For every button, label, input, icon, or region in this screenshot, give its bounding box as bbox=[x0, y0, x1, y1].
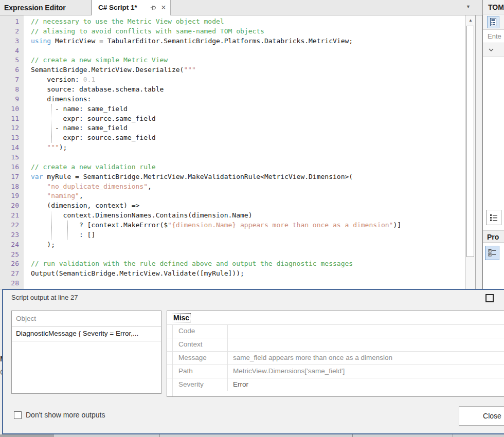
line-number: 15 bbox=[0, 153, 24, 162]
list-tree-icon bbox=[487, 210, 501, 225]
search-input[interactable]: Ente bbox=[483, 30, 504, 43]
code-token: // create a new validation rule bbox=[31, 163, 156, 171]
code-line[interactable]: dimensions: bbox=[31, 95, 465, 104]
code-token: "{dimension.Name} appears more than once… bbox=[168, 221, 393, 229]
line-number: 4 bbox=[0, 46, 24, 56]
code-token: , bbox=[79, 192, 83, 199]
code-line[interactable]: var myRule = SemanticBridge.MetricView.M… bbox=[31, 172, 465, 182]
indent-guide bbox=[51, 211, 52, 240]
code-line[interactable]: - name: same_field bbox=[31, 104, 465, 114]
property-row[interactable]: SeverityError bbox=[167, 378, 504, 391]
property-value[interactable] bbox=[228, 338, 504, 351]
code-line[interactable]: expr: source.same_field bbox=[31, 114, 465, 124]
tree-view-button[interactable] bbox=[486, 210, 501, 225]
code-line[interactable]: // necessary to use the Metric View obje… bbox=[31, 17, 465, 27]
code-token: MetricView = TabularEditor.SemanticBridg… bbox=[51, 37, 353, 45]
code-token: 0.1 bbox=[83, 76, 95, 83]
property-row[interactable]: Context bbox=[167, 338, 504, 351]
code-line[interactable]: (dimension, context) => bbox=[31, 201, 465, 211]
code-line[interactable]: using MetricView = TabularEditor.Semanti… bbox=[31, 37, 465, 46]
line-number: 2 bbox=[0, 27, 24, 37]
line-number: 20 bbox=[0, 201, 24, 211]
code-line[interactable]: // aliasing to avoid conflicts with same… bbox=[31, 27, 465, 37]
property-label: Message bbox=[167, 352, 228, 365]
expression-editor-title: Expression Editor bbox=[4, 0, 66, 15]
code-token: """ bbox=[184, 66, 195, 74]
editor-vertical-scrollbar[interactable]: ▲ bbox=[465, 15, 475, 289]
code-editor[interactable]: 1234567891011121314151617181920212223242… bbox=[0, 15, 465, 289]
property-row[interactable]: Code bbox=[167, 324, 504, 338]
property-value[interactable]: Error bbox=[228, 378, 504, 391]
code-line[interactable] bbox=[31, 250, 465, 260]
code-line[interactable]: Output(SemanticBridge.MetricView.Validat… bbox=[31, 269, 465, 279]
code-line[interactable]: SemanticBridge.MetricView.Deserialize(""… bbox=[31, 65, 465, 75]
chevron-down-icon[interactable]: ▼ bbox=[466, 4, 471, 9]
code-line[interactable]: // create a new validation rule bbox=[31, 162, 465, 172]
code-line[interactable] bbox=[31, 279, 465, 288]
object-list-item[interactable]: DiagnosticMessage { Severity = Error,... bbox=[12, 326, 161, 341]
property-row[interactable]: Messagesame_field appears more than once… bbox=[167, 351, 504, 365]
code-line[interactable]: : [] bbox=[31, 230, 465, 240]
app-window: { "tabs": { "panel_title": "Expression E… bbox=[0, 0, 504, 437]
code-token bbox=[31, 192, 47, 199]
property-label: Path bbox=[167, 365, 228, 378]
properties-header: Pro bbox=[483, 230, 504, 243]
calculator-icon bbox=[488, 16, 499, 28]
code-line[interactable]: ); bbox=[31, 240, 465, 250]
scrollbar-thumb[interactable] bbox=[466, 26, 474, 257]
dont-show-checkbox-label[interactable]: Don't show more outputs bbox=[26, 411, 105, 419]
line-number: 12 bbox=[0, 123, 24, 133]
code-token: )] bbox=[393, 221, 401, 229]
tom-explorer-toolbar bbox=[483, 14, 504, 30]
tab-csharp-script[interactable]: C# Script 1* × bbox=[92, 0, 171, 16]
code-line[interactable]: version: 0.1 bbox=[31, 75, 465, 85]
code-line[interactable]: """); bbox=[31, 143, 465, 153]
close-button[interactable]: Close bbox=[459, 406, 504, 426]
tom-explorer-header: TOM bbox=[483, 0, 504, 14]
tab-strip: Expression Editor C# Script 1* × ▼ bbox=[0, 0, 482, 15]
indent-guide bbox=[51, 104, 52, 143]
code-line[interactable]: context.DimensionNames.Contains(dimensio… bbox=[31, 211, 465, 221]
calculator-toggle-button[interactable] bbox=[487, 16, 499, 28]
code-line[interactable]: expr: source.same_field bbox=[31, 133, 465, 143]
code-line[interactable]: "no_duplicate_dimensions", bbox=[31, 182, 465, 192]
close-icon[interactable]: × bbox=[159, 2, 168, 13]
code-token: , bbox=[148, 183, 152, 190]
code-token: context.DimensionNames.Contains(dimensio… bbox=[31, 211, 252, 219]
property-category-row[interactable]: Misc bbox=[167, 311, 504, 324]
property-value[interactable] bbox=[228, 325, 504, 338]
code-token: SemanticBridge.MetricView.Deserialize( bbox=[31, 66, 184, 74]
background-grid-divider bbox=[453, 434, 453, 437]
code-content[interactable]: // necessary to use the Metric View obje… bbox=[24, 15, 465, 288]
background-grid-divider bbox=[352, 434, 353, 437]
dont-show-checkbox[interactable] bbox=[14, 411, 22, 419]
code-line[interactable]: source: database.schema.table bbox=[31, 85, 465, 95]
code-line[interactable] bbox=[31, 153, 465, 162]
property-row[interactable]: PathMetricView.Dimensions['same_field'] bbox=[167, 365, 504, 378]
code-token: // create a new simple Metric View bbox=[31, 56, 168, 64]
line-number: 13 bbox=[0, 133, 24, 143]
maximize-icon[interactable] bbox=[485, 294, 494, 302]
code-line[interactable]: ? [context.MakeError($"{dimension.Name} … bbox=[31, 221, 465, 230]
code-token bbox=[31, 143, 47, 151]
code-token: source: database.schema.table bbox=[31, 85, 164, 93]
code-line[interactable] bbox=[31, 46, 465, 56]
code-token: ); bbox=[59, 143, 67, 151]
filter-dropdown[interactable] bbox=[483, 43, 504, 57]
pin-icon[interactable] bbox=[150, 4, 157, 11]
code-token: myRule = SemanticBridge.MetricView.MakeV… bbox=[43, 173, 353, 180]
property-grid-rows: CodeContextMessagesame_field appears mor… bbox=[167, 324, 504, 391]
code-token: "naming" bbox=[47, 192, 79, 199]
code-line[interactable]: // create a new simple Metric View bbox=[31, 56, 465, 65]
code-line[interactable]: // run validation with the rule defined … bbox=[31, 259, 465, 269]
code-line[interactable]: "naming", bbox=[31, 191, 465, 201]
line-number: 19 bbox=[0, 191, 24, 201]
code-line[interactable]: - name: same_field bbox=[31, 123, 465, 133]
object-list-header: Object bbox=[12, 311, 161, 326]
code-token: Output(SemanticBridge.MetricView.Validat… bbox=[31, 269, 244, 277]
script-output-dialog: Script output at line 27 Object Diagnost… bbox=[2, 289, 504, 434]
property-grid-button[interactable] bbox=[485, 246, 499, 260]
property-value[interactable]: MetricView.Dimensions['same_field'] bbox=[228, 365, 504, 378]
property-value[interactable]: same_field appears more than once as a d… bbox=[228, 352, 504, 365]
scrollbar-up-arrow-icon[interactable]: ▲ bbox=[466, 17, 475, 24]
